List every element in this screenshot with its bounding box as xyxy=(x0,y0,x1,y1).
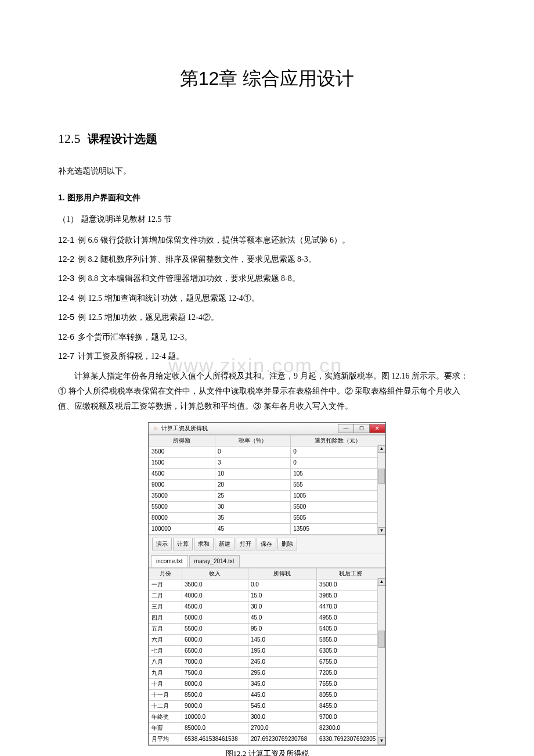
col-header[interactable]: 所得额 xyxy=(149,435,215,446)
table-cell[interactable]: 10000.0 xyxy=(182,711,248,722)
table-cell[interactable]: 3500.0 xyxy=(316,579,385,590)
sum-button[interactable]: 求和 xyxy=(194,538,214,550)
scrollbar[interactable]: ▲ ▼ xyxy=(377,578,385,745)
table-cell[interactable]: 245.0 xyxy=(248,656,316,667)
table-cell[interactable]: 45 xyxy=(215,523,290,534)
scroll-down-icon[interactable]: ▼ xyxy=(378,527,385,535)
table-cell[interactable]: 545.0 xyxy=(248,700,316,711)
table-cell[interactable]: 15.0 xyxy=(248,590,316,601)
table-cell[interactable]: 100000 xyxy=(149,523,215,534)
close-button[interactable]: ✕ xyxy=(369,424,385,433)
table-cell[interactable]: 6305.0 xyxy=(316,645,385,656)
table-row[interactable]: 十一月8500.0445.08055.0 xyxy=(149,689,385,700)
table-cell[interactable]: 25 xyxy=(215,490,290,501)
table-row[interactable]: 六月6000.0145.05855.0 xyxy=(149,634,385,645)
delete-button[interactable]: 删除 xyxy=(277,538,297,550)
col-header[interactable]: 所得税 xyxy=(248,568,316,579)
table-row[interactable]: 35000251005 xyxy=(149,490,385,501)
table-cell[interactable]: 195.0 xyxy=(248,645,316,656)
table-row[interactable]: 三月4500.030.04470.0 xyxy=(149,601,385,612)
table-cell[interactable]: 6755.0 xyxy=(316,656,385,667)
scroll-thumb[interactable] xyxy=(378,469,385,484)
table-row[interactable]: 十月8000.0345.07655.0 xyxy=(149,678,385,689)
table-cell[interactable]: 8500.0 xyxy=(182,689,248,700)
scroll-up-icon[interactable]: ▲ xyxy=(378,445,385,453)
table-cell[interactable]: 35 xyxy=(215,512,290,523)
table-cell[interactable]: 1500 xyxy=(149,457,215,468)
table-cell[interactable]: 0.0 xyxy=(248,579,316,590)
table-row[interactable]: 450010105 xyxy=(149,468,385,479)
scroll-thumb[interactable] xyxy=(378,631,385,648)
scroll-up-icon[interactable]: ▲ xyxy=(378,578,385,586)
table-row[interactable]: 80000355505 xyxy=(149,512,385,523)
tab-income[interactable]: income.txt xyxy=(151,555,188,567)
col-header[interactable]: 月份 xyxy=(149,568,182,579)
table-cell[interactable]: 8455.0 xyxy=(316,700,385,711)
table-row[interactable]: 年薪85000.02700.082300.0 xyxy=(149,722,385,733)
table-cell[interactable]: 5855.0 xyxy=(316,634,385,645)
calc-button[interactable]: 计算 xyxy=(173,538,193,550)
col-header[interactable]: 税后工资 xyxy=(316,568,385,579)
table-cell[interactable]: 月平均 xyxy=(149,733,182,744)
table-cell[interactable]: 6500.0 xyxy=(182,645,248,656)
table-row[interactable]: 350000 xyxy=(149,446,385,457)
table-cell[interactable]: 4955.0 xyxy=(316,612,385,623)
table-row[interactable]: 150030 xyxy=(149,457,385,468)
col-header[interactable]: 速算扣除数（元） xyxy=(291,435,385,446)
table-cell[interactable]: 20 xyxy=(215,479,290,490)
table-cell[interactable]: 35000 xyxy=(149,490,215,501)
table-cell[interactable]: 1005 xyxy=(291,490,385,501)
table-cell[interactable]: 105 xyxy=(291,468,385,479)
table-cell[interactable]: 3 xyxy=(215,457,290,468)
table-cell[interactable]: 九月 xyxy=(149,667,182,678)
table-cell[interactable]: 8055.0 xyxy=(316,689,385,700)
table-cell[interactable]: 80000 xyxy=(149,512,215,523)
table-cell[interactable]: 3985.0 xyxy=(316,590,385,601)
table-cell[interactable]: 十月 xyxy=(149,678,182,689)
col-header[interactable]: 税率（%） xyxy=(215,435,290,446)
table-cell[interactable]: 0 xyxy=(291,457,385,468)
table-cell[interactable]: 五月 xyxy=(149,623,182,634)
table-row[interactable]: 900020555 xyxy=(149,479,385,490)
table-cell[interactable]: 4500.0 xyxy=(182,601,248,612)
maximize-button[interactable]: ☐ xyxy=(353,424,370,433)
table-cell[interactable]: 45.0 xyxy=(248,612,316,623)
table-cell[interactable]: 82300.0 xyxy=(316,722,385,733)
table-cell[interactable]: 年终奖 xyxy=(149,711,182,722)
table-row[interactable]: 一月3500.00.03500.0 xyxy=(149,579,385,590)
table-cell[interactable]: 4500 xyxy=(149,468,215,479)
table-cell[interactable]: 555 xyxy=(291,479,385,490)
table-cell[interactable]: 年薪 xyxy=(149,722,182,733)
table-cell[interactable]: 一月 xyxy=(149,579,182,590)
table-cell[interactable]: 5505 xyxy=(291,512,385,523)
table-cell[interactable]: 9000.0 xyxy=(182,700,248,711)
table-cell[interactable]: 295.0 xyxy=(248,667,316,678)
table-cell[interactable]: 345.0 xyxy=(248,678,316,689)
table-cell[interactable]: 七月 xyxy=(149,645,182,656)
table-cell[interactable]: 八月 xyxy=(149,656,182,667)
table-cell[interactable]: 7000.0 xyxy=(182,656,248,667)
table-cell[interactable]: 六月 xyxy=(149,634,182,645)
table-cell[interactable]: 十一月 xyxy=(149,689,182,700)
table-cell[interactable]: 4470.0 xyxy=(316,601,385,612)
table-cell[interactable]: 0 xyxy=(291,446,385,457)
table-cell[interactable]: 2700.0 xyxy=(248,722,316,733)
table-cell[interactable]: 30.0 xyxy=(248,601,316,612)
col-header[interactable]: 收入 xyxy=(182,568,248,579)
table-cell[interactable]: 145.0 xyxy=(248,634,316,645)
table-row[interactable]: 八月7000.0245.06755.0 xyxy=(149,656,385,667)
table-cell[interactable]: 5500.0 xyxy=(182,623,248,634)
table-cell[interactable]: 5000.0 xyxy=(182,612,248,623)
table-cell[interactable]: 5405.0 xyxy=(316,623,385,634)
table-cell[interactable]: 8000.0 xyxy=(182,678,248,689)
table-cell[interactable]: 3500.0 xyxy=(182,579,248,590)
table-cell[interactable]: 6000.0 xyxy=(182,634,248,645)
table-row[interactable]: 二月4000.015.03985.0 xyxy=(149,590,385,601)
minimize-button[interactable]: — xyxy=(338,424,354,433)
table-row[interactable]: 九月7500.0295.07205.0 xyxy=(149,667,385,678)
table-cell[interactable]: 四月 xyxy=(149,612,182,623)
table-cell[interactable]: 0 xyxy=(215,446,290,457)
table-cell[interactable]: 13505 xyxy=(291,523,385,534)
scroll-down-icon[interactable]: ▼ xyxy=(378,737,385,745)
table-cell[interactable]: 30 xyxy=(215,501,290,512)
